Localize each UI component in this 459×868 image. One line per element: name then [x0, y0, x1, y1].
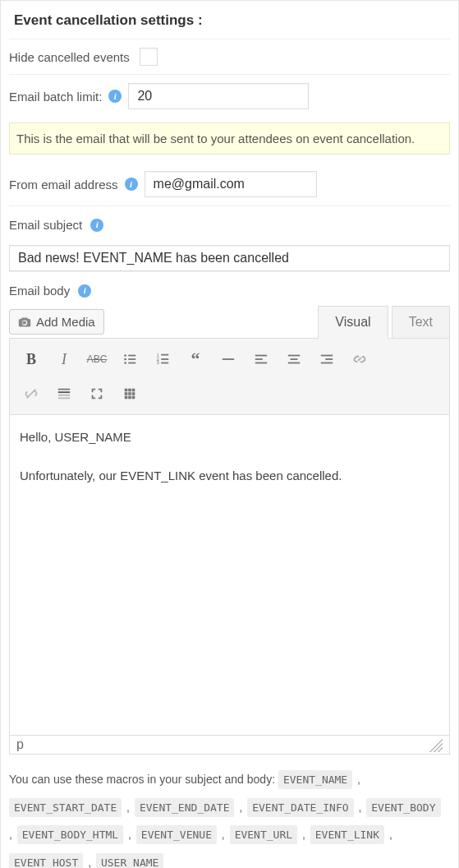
svg-rect-34: [128, 396, 131, 399]
macro-chip: EVENT_END_DATE: [135, 798, 235, 817]
svg-rect-16: [288, 355, 300, 357]
subject-input[interactable]: [9, 245, 450, 271]
macro-chip: EVENT_VENUE: [136, 825, 217, 844]
svg-rect-1: [128, 355, 135, 357]
horizontal-rule-button[interactable]: [212, 347, 245, 372]
resize-handle[interactable]: [429, 739, 443, 752]
panel-title: Event cancellation settings :: [9, 9, 450, 39]
svg-rect-28: [128, 389, 131, 392]
svg-rect-19: [321, 355, 333, 357]
add-media-button[interactable]: Add Media: [9, 309, 104, 335]
event-cancellation-settings-panel: Event cancellation settings : Hide cance…: [0, 0, 459, 868]
svg-rect-13: [255, 355, 267, 357]
blockquote-button[interactable]: “: [179, 347, 212, 372]
editor-toolbar: B I ABC 123 “: [9, 338, 450, 415]
hide-cancelled-checkbox[interactable]: [140, 48, 158, 66]
align-right-button[interactable]: [310, 347, 343, 372]
body-section: Email body i: [9, 271, 450, 306]
tab-visual[interactable]: Visual: [318, 306, 388, 339]
editor-tabs: Visual Text: [318, 306, 450, 339]
info-icon[interactable]: i: [90, 219, 103, 232]
editor-line: Hello, USER_NAME: [20, 428, 439, 447]
svg-rect-32: [132, 392, 135, 395]
svg-rect-31: [128, 392, 131, 395]
numbered-list-button[interactable]: 123: [146, 347, 179, 372]
macro-chip: USER_NAME: [96, 853, 163, 868]
svg-rect-12: [223, 358, 234, 360]
svg-rect-29: [132, 389, 135, 392]
svg-rect-14: [255, 358, 263, 360]
from-email-label: From email address: [9, 178, 118, 192]
svg-rect-26: [58, 398, 70, 399]
svg-rect-9: [161, 358, 168, 360]
editor-status-bar: p: [9, 736, 450, 755]
svg-rect-20: [325, 358, 333, 360]
macro-chip: EVENT_BODY_HTML: [17, 825, 123, 844]
link-button[interactable]: [343, 347, 376, 372]
hide-cancelled-row: Hide cancelled events: [9, 39, 450, 74]
svg-rect-30: [125, 392, 128, 395]
svg-rect-7: [161, 354, 168, 356]
svg-point-0: [124, 354, 126, 357]
email-notice: This is the email that will be sent to y…: [9, 122, 450, 155]
insert-more-button[interactable]: [48, 381, 80, 406]
add-media-label: Add Media: [36, 315, 95, 329]
batch-limit-label: Email batch limit:: [9, 90, 102, 104]
svg-rect-15: [255, 362, 267, 364]
svg-point-4: [124, 362, 126, 364]
macros-intro: You can use these macros in your subject…: [9, 773, 275, 786]
svg-rect-27: [125, 389, 128, 392]
hide-cancelled-label: Hide cancelled events: [9, 50, 130, 64]
macros-help: You can use these macros in your subject…: [9, 755, 450, 868]
svg-point-2: [124, 358, 126, 361]
editor-line: Unfortunately, our EVENT_LINK event has …: [20, 467, 439, 486]
bold-button[interactable]: B: [15, 347, 48, 372]
bulleted-list-button[interactable]: [113, 347, 146, 372]
svg-rect-25: [58, 395, 70, 396]
svg-rect-24: [58, 391, 70, 393]
macro-chip: EVENT_HOST: [9, 853, 83, 868]
editor-header: Add Media Visual Text: [9, 306, 450, 338]
element-path[interactable]: p: [16, 737, 24, 752]
fullscreen-button[interactable]: [80, 381, 113, 406]
body-label: Email body: [9, 284, 70, 298]
align-center-button[interactable]: [278, 347, 310, 372]
editor-content[interactable]: Hello, USER_NAME Unfortunately, our EVEN…: [9, 415, 450, 736]
svg-rect-33: [125, 396, 128, 399]
svg-rect-17: [291, 358, 298, 360]
camera-icon: [18, 316, 31, 329]
info-icon[interactable]: i: [78, 284, 91, 298]
svg-text:3: 3: [157, 360, 159, 365]
info-icon[interactable]: i: [108, 90, 122, 103]
macro-chip: EVENT_NAME: [278, 770, 352, 789]
macro-chip: EVENT_BODY: [366, 798, 440, 817]
batch-limit-row: Email batch limit: i: [9, 74, 450, 118]
macro-chip: EVENT_URL: [230, 825, 297, 844]
unlink-button[interactable]: [15, 381, 48, 406]
svg-rect-21: [321, 362, 333, 364]
subject-section: Email subject i: [9, 205, 450, 240]
batch-limit-input[interactable]: [128, 83, 309, 109]
svg-rect-23: [58, 389, 70, 390]
info-icon[interactable]: i: [125, 178, 138, 191]
align-left-button[interactable]: [245, 347, 278, 372]
macro-chip: EVENT_START_DATE: [9, 798, 122, 817]
macro-chip: EVENT_LINK: [310, 825, 384, 844]
svg-line-22: [27, 390, 36, 399]
svg-rect-5: [128, 362, 135, 364]
svg-rect-3: [128, 358, 135, 360]
macro-chip: EVENT_DATE_INFO: [247, 798, 353, 817]
italic-button[interactable]: I: [48, 347, 80, 372]
from-email-row: From email address i: [9, 163, 450, 205]
subject-label: Email subject: [9, 218, 82, 232]
tab-text[interactable]: Text: [392, 306, 450, 339]
svg-rect-18: [288, 362, 300, 364]
toolbar-toggle-button[interactable]: [113, 381, 146, 406]
strikethrough-button[interactable]: ABC: [80, 347, 113, 372]
svg-rect-35: [132, 396, 135, 399]
svg-rect-11: [161, 362, 168, 364]
from-email-input[interactable]: [145, 171, 317, 197]
